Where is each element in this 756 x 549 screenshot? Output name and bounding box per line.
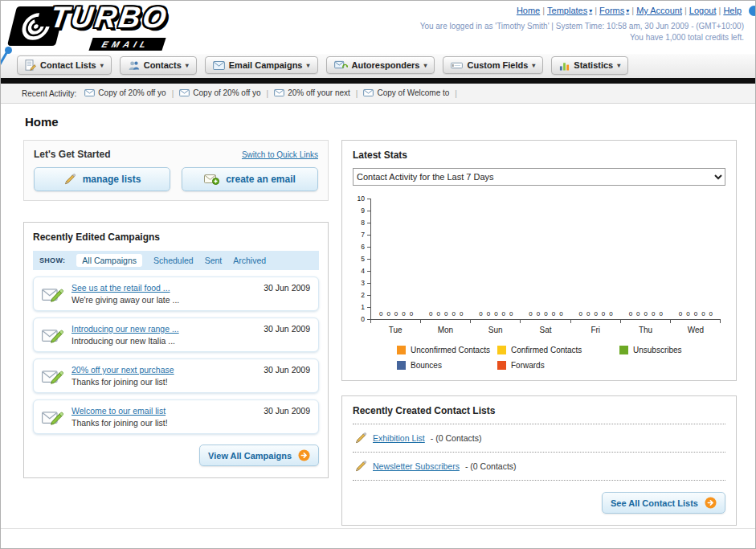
envelope-icon (84, 89, 95, 96)
series-data-label: 0 (402, 310, 405, 318)
item-separator: | (356, 89, 358, 98)
chevron-down-icon: ▾ (532, 62, 535, 69)
view-all-campaigns-button[interactable]: View All Campaigns (199, 445, 319, 466)
campaign-title-link[interactable]: See us at the retail food ... (72, 283, 179, 293)
campaign-edit-icon (42, 327, 63, 343)
header-right: Home|Templates▾|Forms▾|My Account|Logout… (420, 6, 744, 42)
contact-list-link[interactable]: Exhibition List (373, 433, 425, 443)
recent-activity-item[interactable]: Copy of 20% off yo (179, 88, 260, 97)
chevron-down-icon: ▾ (423, 62, 427, 69)
create-an-email-button[interactable]: create an email (182, 167, 318, 191)
chart-data-labels: 00000000000000000000000000000000000 (371, 310, 721, 318)
legend-swatch (497, 361, 506, 370)
contact-list-count: - (0 Contacts) (465, 461, 517, 471)
campaign-row: Introducing our new range ...Introducing… (33, 318, 319, 352)
activity-item-label: Copy of 20% off yo (98, 88, 166, 97)
campaign-filter-tab-scheduled[interactable]: Scheduled (153, 256, 194, 265)
app-page: TURBO EMAIL Home|Templates▾|Forms▾|My Ac… (0, 0, 756, 549)
campaign-date: 30 Jun 2009 (264, 406, 310, 416)
legend-item: Unsubscribes (619, 346, 725, 354)
recent-activity-item[interactable]: 20% off your next (274, 88, 350, 97)
campaign-edit-icon (42, 286, 63, 302)
top-link-forms[interactable]: Forms▾ (599, 6, 629, 15)
y-axis-tick-label: 6 (361, 243, 365, 251)
series-data-label: 0 (659, 310, 662, 318)
switch-quick-links-link[interactable]: Switch to Quick Links (242, 150, 318, 159)
chevron-down-icon: ▾ (617, 62, 620, 69)
x-axis-label: Thu (620, 326, 670, 334)
legend-swatch (397, 361, 406, 370)
manage-lists-button[interactable]: manage lists (34, 167, 170, 191)
y-axis-tick-label: 2 (361, 291, 365, 299)
x-axis-tick-cell (671, 320, 721, 323)
pencil-icon (354, 432, 367, 445)
campaign-subtitle: We're giving away our late ... (72, 295, 179, 305)
link-separator: | (595, 6, 597, 15)
chevron-down-icon: ▾ (306, 62, 309, 69)
top-link-templates[interactable]: Templates▾ (547, 6, 592, 15)
latest-stats-panel: Latest Stats Contact Activity for the La… (341, 140, 737, 381)
nav-divider-bar (1, 78, 755, 84)
stats-period-select[interactable]: Contact Activity for the Last 7 Days (353, 168, 725, 186)
chevron-down-icon: ▾ (626, 7, 629, 14)
top-link-help[interactable]: Help (723, 6, 742, 15)
campaign-row: See us at the retail food ...We're givin… (33, 277, 319, 311)
arrow-right-icon (298, 449, 310, 461)
recent-activity-item[interactable]: Copy of 20% off yo (84, 88, 166, 97)
stats-chart: 0123456789100000000000000000000000000000… (353, 199, 725, 370)
top-link-label: Templates (547, 6, 587, 15)
campaign-title-link[interactable]: Welcome to our email list (72, 406, 168, 416)
credits-text: You have 1,000 total credits left. (420, 33, 744, 42)
get-started-panel: Let's Get Started Switch to Quick Links … (23, 140, 329, 201)
footer-divider (1, 528, 755, 529)
see-all-contact-lists-button[interactable]: See All Contact Lists (602, 492, 725, 514)
right-column: Latest Stats Contact Activity for the La… (341, 140, 737, 526)
legend-item: Forwards (497, 361, 619, 370)
x-axis-ticks (370, 320, 721, 323)
data-label-group: 00000 (671, 310, 721, 318)
campaign-title-link[interactable]: Introducing our new range ... (72, 324, 179, 334)
y-axis-tick-mark (367, 271, 371, 272)
item-separator: | (267, 89, 269, 98)
link-separator: | (719, 6, 721, 15)
series-data-label: 0 (602, 310, 605, 318)
top-link-home[interactable]: Home (517, 6, 540, 15)
campaign-subtitle: Thanks for joining our list! (72, 418, 168, 428)
campaign-filter-tab-all-campaigns[interactable]: All Campaigns (76, 254, 142, 267)
x-axis-tick-cell (521, 320, 570, 323)
x-axis-tick-cell (371, 320, 421, 323)
series-data-label: 0 (529, 310, 532, 318)
series-data-label: 0 (410, 310, 413, 318)
y-axis-tick-label: 1 (361, 303, 365, 311)
nav-tab-autoresponders[interactable]: Autoresponders▾ (326, 56, 435, 74)
contact-list-link[interactable]: Newsletter Subscribers (373, 461, 460, 471)
series-data-label: 0 (452, 310, 455, 318)
data-label-group: 00000 (371, 310, 421, 318)
nav-tab-statistics[interactable]: Statistics▾ (551, 56, 628, 75)
campaign-filter-tab-archived[interactable]: Archived (233, 256, 266, 265)
campaign-row: 20% off your next purchaseThanks for joi… (33, 358, 319, 393)
recent-activity-item[interactable]: Copy of Welcome to (363, 88, 449, 97)
activity-item-label: Copy of 20% off yo (193, 88, 260, 97)
data-label-group: 00000 (621, 310, 671, 318)
series-data-label: 0 (686, 310, 689, 318)
x-axis-tick-cell (471, 320, 521, 323)
top-link-label: Forms (599, 6, 624, 15)
nav-tab-contact-lists[interactable]: Contact Lists▾ (17, 55, 112, 75)
y-axis-tick-label: 8 (361, 219, 365, 227)
y-axis-tick-mark (367, 223, 371, 223)
y-axis-tick-mark (367, 283, 371, 284)
arrow-right-icon (705, 497, 717, 509)
nav-tab-custom-fields[interactable]: Custom Fields▾ (443, 56, 543, 74)
top-link-my-account[interactable]: My Account (636, 6, 682, 15)
top-link-logout[interactable]: Logout (689, 6, 717, 15)
x-axis-label: Sat (521, 326, 570, 334)
data-label-group: 00000 (421, 310, 471, 318)
campaign-filter-tab-sent[interactable]: Sent (205, 256, 223, 265)
contact-list-row: Newsletter Subscribers- (0 Contacts) (353, 453, 725, 481)
campaign-title-link[interactable]: 20% off your next purchase (72, 365, 174, 375)
nav-tab-contacts[interactable]: Contacts▾ (120, 56, 197, 75)
recent-activity-bar: Recent Activity: Copy of 20% off yo|Copy… (1, 84, 755, 104)
nav-tab-email-campaigns[interactable]: Email Campaigns▾ (205, 56, 318, 74)
series-data-label: 0 (479, 310, 482, 318)
